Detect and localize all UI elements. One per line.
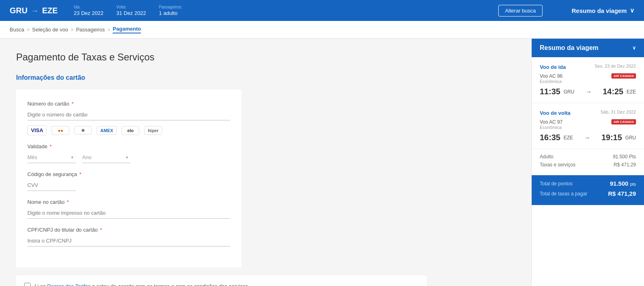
cvv-input[interactable] [27,180,76,191]
total-pontos-label: Total de pontos [540,181,572,187]
voo-volta-dep-airport: EZE [564,135,573,141]
content-area: Pagamento de Taxas e Serviços Informaçõe… [0,39,531,286]
sidebar-header[interactable]: Resumo da viagem ∨ [532,39,644,57]
sidebar-chevron: ∨ [632,45,636,51]
flight-info: Ida: 23 Dez 2022 Volta: 31 Dez 2022 Pass… [74,5,182,16]
taxas-price-row: Taxas e serviços R$ 471,29 [540,162,636,168]
mastercard-icon: ●● [52,126,69,135]
voo-volta-num: Voo AC 97 [540,119,563,125]
section-title: Informações do cartão [16,74,515,81]
voo-ida-dep-time: 11:35 [540,87,560,96]
flight-volta-section: Voo de volta Sáb, 31 Dez 2022 Voo AC 97 … [532,103,644,149]
mes-select[interactable]: Mês 01020304 05060708 09101112 [27,152,76,163]
flight-ida-arrow: → [578,88,600,95]
voo-ida-class: Econômica [540,79,636,84]
cpf-required: * [100,227,102,233]
card-number-input[interactable] [27,109,230,120]
total-pontos-row: Total de pontos 91.500 pts [540,180,636,187]
resumo-title: Resumo da viagem [572,7,627,14]
origin: GRU [10,6,27,15]
ano-select-wrapper: Ano 202220232024 202520262027 2028202920… [82,152,130,163]
price-section: Adulto 91.500 Pts Taxas e serviços R$ 47… [532,149,644,175]
visa-icon: VISA [27,125,47,135]
passageiros-label: Passageiros: [159,5,182,9]
terms-checkbox[interactable] [24,283,31,286]
voo-volta-times: 16:35 EZE → 19:15 GRU [540,133,636,142]
card-number-group: Número do cartão * VISA ●● ⊕ AMEX elo hi… [27,101,230,135]
volta-group: Volta: 31 Dez 2022 [116,5,146,16]
payment-form-card: Número do cartão * VISA ●● ⊕ AMEX elo hi… [16,89,242,267]
resumo-chevron: ∨ [630,7,634,14]
card-number-label: Número do cartão * [27,101,230,107]
resumo-viagem-toggle[interactable]: Resumo da viagem ∨ [572,7,634,14]
hiper-icon: hiper [144,126,162,135]
cpf-input[interactable] [27,235,230,247]
sep-3: > [107,27,111,33]
card-name-group: Nome no cartão * [27,199,230,219]
ida-label: Ida: [74,5,103,9]
required-asterisk: * [72,101,74,107]
voo-ida-airline: AIR CANADA [611,73,636,79]
termos-link[interactable]: Regras das Tarifas [47,283,91,286]
amex-icon: AMEX [97,126,117,135]
validade-required: * [50,143,52,149]
total-taxas-value: R$ 471,29 [608,190,636,197]
total-taxas-label: Total de taxas a pagar [540,191,587,197]
card-name-input[interactable] [27,207,230,219]
diners-icon: ⊕ [74,126,92,135]
validade-label: Validade * [27,143,230,149]
alterar-busca-button[interactable]: Alterar busca [498,5,543,17]
voo-ida-arr-time: 14:25 [603,87,623,96]
card-icons-row: VISA ●● ⊕ AMEX elo hiper [27,125,230,135]
destination: EZE [42,6,58,15]
voo-volta-airline: AIR CANADA [611,119,636,124]
page-title: Pagamento de Taxas e Serviços [16,52,515,63]
ano-select[interactable]: Ano 202220232024 202520262027 2028202920… [82,152,130,163]
voo-volta-dep-time: 16:35 [540,133,560,142]
voo-ida-times: 11:35 GRU → 14:25 EZE [540,87,636,96]
mes-select-wrapper: Mês 01020304 05060708 09101112 [27,152,76,163]
validade-group: Validade * Mês 01020304 05060708 0910111… [27,143,230,163]
card-name-required: * [67,199,69,205]
adulto-value: 91.500 Pts [613,154,636,160]
totals-section: Total de pontos 91.500 pts Total de taxa… [532,175,644,205]
cpf-group: CPF/CNPJ do titular do cartão * [27,227,230,247]
voo-volta-date: Sáb, 31 Dez 2022 [601,110,636,114]
breadcrumb-busca[interactable]: Busca [10,27,24,33]
card-name-label: Nome no cartão * [27,199,230,205]
passageiros-group: Passageiros: 1 adulto [159,5,182,16]
sep-2: > [70,27,74,33]
total-pontos-value: 91.500 pts [610,180,636,187]
voo-volta-class: Econômica [540,125,636,130]
elo-icon: elo [122,126,139,135]
terms-row: Li as Regras das Tarifas e estou de acor… [16,276,427,286]
passageiros-value: 1 adulto [159,10,182,16]
voo-volta-title: Voo de volta [540,110,570,116]
sidebar: Resumo da viagem ∨ Voo de ida Sex, 23 de… [531,39,644,286]
voo-ida-dep-airport: GRU [564,89,574,95]
flight-volta-arrow: → [576,134,599,141]
route-arrow: → [31,6,39,15]
cvv-required: * [79,171,81,177]
cvv-group: Código de segurança * [27,171,230,191]
volta-label: Volta: [116,5,146,9]
taxas-value: R$ 471,29 [614,162,636,168]
adulto-label: Adulto [540,154,553,160]
breadcrumb: Busca > Seleção de voo > Passageiros > P… [0,21,644,39]
voo-ida-num: Voo AC 96 [540,73,563,79]
breadcrumb-pagamento: Pagamento [113,26,141,33]
terms-text: Li as Regras das Tarifas e estou de acor… [35,283,250,286]
main-layout: Pagamento de Taxas e Serviços Informaçõe… [0,39,644,286]
voo-ida-title: Voo de ida [540,64,566,70]
route-display: GRU → EZE [10,6,58,15]
sep-1: > [27,27,30,33]
breadcrumb-selecao[interactable]: Seleção de voo [32,27,68,33]
voo-volta-arr-airport: GRU [625,135,636,141]
voo-ida-date: Sex, 23 de Dez 2022 [594,64,636,68]
breadcrumb-passageiros[interactable]: Passageiros [76,27,105,33]
top-nav: GRU → EZE Ida: 23 Dez 2022 Volta: 31 Dez… [0,0,644,21]
voo-volta-arr-time: 19:15 [601,133,622,142]
sidebar-title: Resumo da viagem [540,44,599,52]
flight-ida-section: Voo de ida Sex, 23 de Dez 2022 Voo AC 96… [532,57,644,103]
cpf-label: CPF/CNPJ do titular do cartão * [27,227,230,233]
